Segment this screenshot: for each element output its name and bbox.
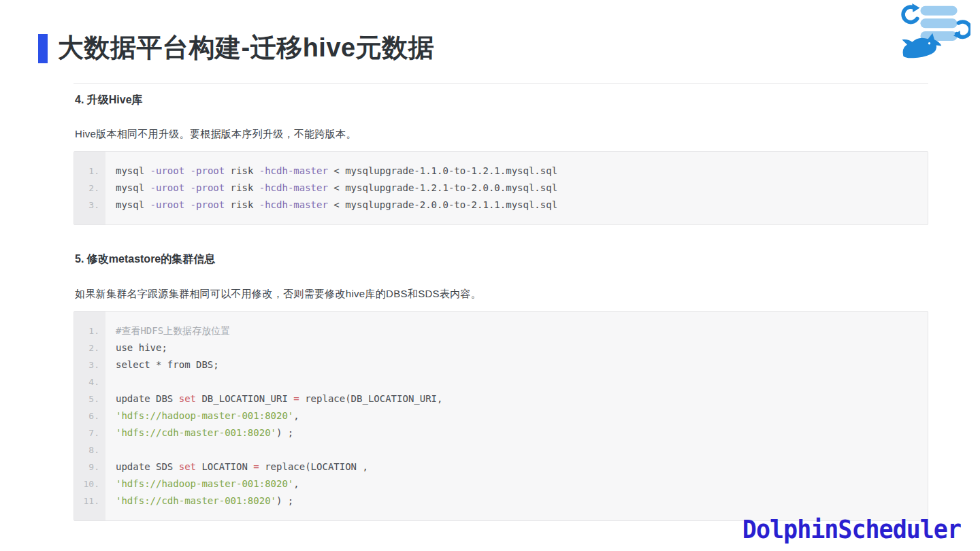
line-number: 2. bbox=[74, 339, 105, 356]
code-line: 2.use hive; bbox=[74, 339, 928, 356]
code-text: 'hdfs://cdh-master-001:8020') ; bbox=[105, 492, 293, 510]
brand-wordmark: DolphinScheduler bbox=[742, 514, 961, 544]
code-line: 6.'hdfs://hadoop-master-001:8020', bbox=[74, 407, 928, 424]
line-number: 2. bbox=[74, 180, 105, 197]
page-title: 大数据平台构建-迁移hive元数据 bbox=[58, 30, 434, 65]
content-area: 4. 升级Hive库 Hive版本相同不用升级。要根据版本序列升级，不能跨版本。… bbox=[74, 83, 928, 521]
code-line: 11.'hdfs://cdh-master-001:8020') ; bbox=[74, 492, 928, 510]
line-number: 8. bbox=[74, 441, 105, 458]
code-text bbox=[105, 373, 121, 390]
line-number: 3. bbox=[74, 197, 105, 214]
section-heading: 4. 升级Hive库 bbox=[75, 93, 928, 107]
code-text: mysql -uroot -proot risk -hcdh-master < … bbox=[105, 180, 557, 197]
code-line: 3.select * from DBS; bbox=[74, 356, 928, 373]
code-line: 1.mysql -uroot -proot risk -hcdh-master … bbox=[74, 163, 928, 180]
code-text: 'hdfs://cdh-master-001:8020') ; bbox=[105, 424, 293, 441]
line-number: 9. bbox=[74, 458, 105, 475]
code-line: 5.update DBS set DB_LOCATION_URI = repla… bbox=[74, 390, 928, 407]
section-heading: 5. 修改metastore的集群信息 bbox=[75, 252, 928, 267]
title-accent-bar bbox=[38, 34, 48, 63]
sync-arrow-left-icon bbox=[903, 3, 919, 22]
code-text: mysql -uroot -proot risk -hcdh-master < … bbox=[105, 163, 557, 180]
code-block-upgrade-commands: 1.mysql -uroot -proot risk -hcdh-master … bbox=[74, 151, 928, 225]
code-text: use hive; bbox=[105, 339, 167, 356]
section-modify-metastore: 5. 修改metastore的集群信息 如果新集群名字跟源集群相同可以不用修改，… bbox=[74, 252, 928, 521]
code-text: update SDS set LOCATION = replace(LOCATI… bbox=[105, 458, 368, 475]
code-text: 'hdfs://hadoop-master-001:8020', bbox=[105, 407, 299, 424]
line-number: 11. bbox=[74, 492, 105, 510]
code-line: 9.update SDS set LOCATION = replace(LOCA… bbox=[74, 458, 928, 475]
code-line: 4. bbox=[74, 373, 928, 390]
line-number: 10. bbox=[74, 475, 105, 492]
code-line: 2.mysql -uroot -proot risk -hcdh-master … bbox=[74, 180, 928, 197]
code-text: mysql -uroot -proot risk -hcdh-master < … bbox=[105, 197, 557, 214]
code-block-metastore-sql: 1.#查看HDFS上数据存放位置2.use hive;3.select * fr… bbox=[74, 311, 928, 521]
code-line: 10.'hdfs://hadoop-master-001:8020', bbox=[74, 475, 928, 492]
line-number: 5. bbox=[74, 390, 105, 407]
line-number: 7. bbox=[74, 424, 105, 441]
dolphinscheduler-logo-svg bbox=[898, 3, 970, 60]
code-line: 3.mysql -uroot -proot risk -hcdh-master … bbox=[74, 197, 928, 214]
dolphinscheduler-logo bbox=[898, 3, 970, 60]
code-text: select * from DBS; bbox=[105, 356, 219, 373]
line-number: 6. bbox=[74, 407, 105, 424]
code-line: 1.#查看HDFS上数据存放位置 bbox=[74, 322, 928, 339]
section-paragraph: Hive版本相同不用升级。要根据版本序列升级，不能跨版本。 bbox=[75, 128, 928, 141]
section-upgrade-hive: 4. 升级Hive库 Hive版本相同不用升级。要根据版本序列升级，不能跨版本。… bbox=[74, 93, 928, 225]
code-line: 8. bbox=[74, 441, 928, 458]
slide-page: { "page": { "title": "大数据平台构建-迁移hive元数据"… bbox=[0, 0, 980, 551]
code-text: update DBS set DB_LOCATION_URI = replace… bbox=[105, 390, 442, 407]
section-paragraph: 如果新集群名字跟源集群相同可以不用修改，否则需要修改hive库的DBS和SDS表… bbox=[75, 288, 928, 301]
header: 大数据平台构建-迁移hive元数据 bbox=[38, 30, 434, 65]
line-number: 3. bbox=[74, 356, 105, 373]
line-number: 4. bbox=[74, 373, 105, 390]
line-number: 1. bbox=[74, 163, 105, 180]
code-line: 7.'hdfs://cdh-master-001:8020') ; bbox=[74, 424, 928, 441]
code-text: 'hdfs://hadoop-master-001:8020', bbox=[105, 475, 299, 492]
database-stack-icon bbox=[920, 6, 957, 41]
line-number: 1. bbox=[74, 322, 105, 339]
code-text: #查看HDFS上数据存放位置 bbox=[105, 322, 230, 339]
code-text bbox=[105, 441, 121, 458]
